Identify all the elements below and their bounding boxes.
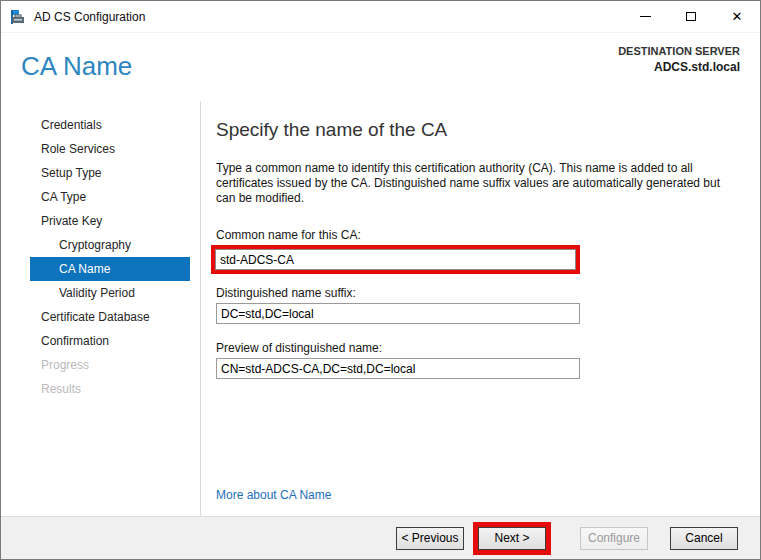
preview-distinguished-name-input[interactable]: [216, 358, 580, 379]
wizard-header: CA Name DESTINATION SERVER ADCS.std.loca…: [1, 33, 760, 101]
sidebar-item-ca-name[interactable]: CA Name: [30, 257, 190, 281]
sidebar-item-cryptography[interactable]: Cryptography: [1, 233, 200, 257]
maximize-icon[interactable]: [668, 1, 714, 32]
sidebar-item-results: Results: [1, 377, 200, 401]
sidebar-item-confirmation[interactable]: Confirmation: [1, 329, 200, 353]
wizard-footer: < Previous Next > Configure Cancel: [1, 516, 760, 559]
wizard-steps-sidebar: Credentials Role Services Setup Type CA …: [1, 101, 201, 516]
configure-button: Configure: [580, 527, 648, 550]
preview-distinguished-name-label: Preview of distinguished name:: [216, 341, 740, 355]
distinguished-name-suffix-field: Distinguished name suffix:: [216, 286, 740, 324]
adcs-app-icon: [10, 9, 26, 25]
sidebar-item-credentials[interactable]: Credentials: [1, 113, 200, 137]
cancel-button[interactable]: Cancel: [670, 527, 738, 550]
sidebar-item-setup-type[interactable]: Setup Type: [1, 161, 200, 185]
minimize-icon[interactable]: [622, 1, 668, 32]
sidebar-item-ca-type[interactable]: CA Type: [1, 185, 200, 209]
adcs-configuration-window: AD CS Configuration ✕ CA Name DESTINATIO…: [0, 0, 761, 560]
common-name-label: Common name for this CA:: [216, 228, 740, 242]
distinguished-name-suffix-label: Distinguished name suffix:: [216, 286, 740, 300]
more-about-ca-name-link[interactable]: More about CA Name: [216, 488, 331, 502]
sidebar-item-certificate-database[interactable]: Certificate Database: [1, 305, 200, 329]
annotation-box-next-button: Next >: [473, 522, 551, 555]
wizard-body: Credentials Role Services Setup Type CA …: [1, 101, 760, 516]
ca-name-page: Specify the name of the CA Type a common…: [201, 101, 760, 516]
destination-server-label: DESTINATION SERVER: [618, 45, 740, 57]
destination-server-name: ADCS.std.local: [618, 60, 740, 74]
previous-button[interactable]: < Previous: [396, 527, 464, 550]
window-title: AD CS Configuration: [34, 10, 145, 24]
distinguished-name-suffix-input[interactable]: [216, 303, 580, 324]
preview-distinguished-name-field: Preview of distinguished name:: [216, 341, 740, 379]
close-icon[interactable]: ✕: [714, 1, 760, 32]
annotation-box-common-name: [211, 245, 580, 274]
page-title: CA Name: [21, 51, 132, 101]
sidebar-item-role-services[interactable]: Role Services: [1, 137, 200, 161]
sidebar-item-progress: Progress: [1, 353, 200, 377]
sidebar-item-private-key[interactable]: Private Key: [1, 209, 200, 233]
page-heading: Specify the name of the CA: [216, 118, 740, 141]
page-description: Type a common name to identify this cert…: [216, 161, 740, 206]
sidebar-item-validity-period[interactable]: Validity Period: [1, 281, 200, 305]
common-name-input[interactable]: [215, 249, 576, 270]
next-button[interactable]: Next >: [478, 527, 546, 550]
window-controls: ✕: [622, 1, 760, 32]
title-bar: AD CS Configuration ✕: [1, 1, 760, 33]
destination-server-block: DESTINATION SERVER ADCS.std.local: [618, 33, 740, 101]
common-name-field: Common name for this CA:: [216, 228, 740, 274]
